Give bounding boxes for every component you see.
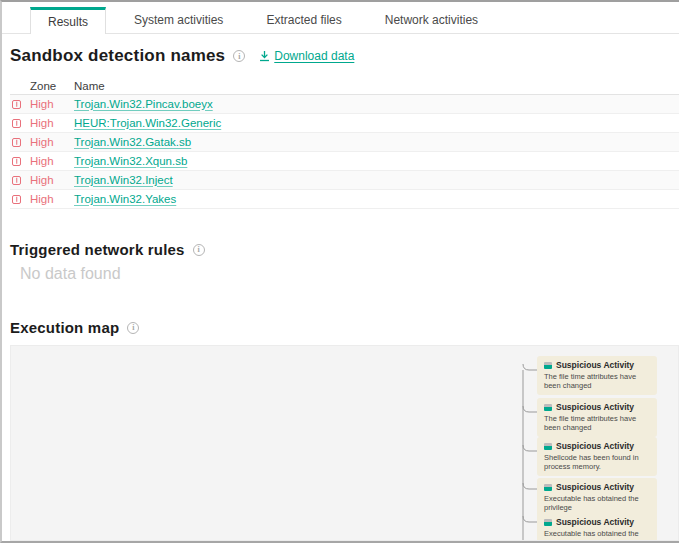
network-rules-header: Triggered network rules i [10, 241, 205, 258]
tab-extracted-files[interactable]: Extracted files [251, 7, 356, 33]
zone-cell-icon [10, 170, 30, 189]
table-header-row: Zone Name [10, 78, 679, 94]
zone-label: High [30, 98, 54, 110]
execution-map-title: Execution map [10, 319, 119, 336]
map-node-suspicious-activity[interactable]: Suspicious ActivityExecutable has obtain… [537, 513, 657, 541]
zone-label: High [30, 193, 54, 205]
map-node-header: Suspicious Activity [544, 360, 650, 370]
table-row: HighTrojan.Win32.Yakes [10, 189, 679, 208]
high-zone-alert-icon [12, 119, 21, 128]
detection-name-link[interactable]: Trojan.Win32.Gatak.sb [74, 136, 191, 148]
map-node-header: Suspicious Activity [544, 441, 650, 451]
map-node-header: Suspicious Activity [544, 482, 650, 492]
report-tabbar: ResultsSystem activitiesExtracted filesN… [2, 7, 679, 34]
map-node-suspicious-activity[interactable]: Suspicious ActivityThe file time attribu… [537, 398, 657, 437]
high-zone-alert-icon [12, 195, 21, 204]
info-icon[interactable]: i [233, 50, 245, 62]
info-icon[interactable]: i [193, 244, 205, 256]
activity-level-icon [544, 443, 552, 450]
zone-cell-icon [10, 113, 30, 132]
sandbox-report-page: ResultsSystem activitiesExtracted filesN… [0, 0, 679, 543]
map-node-description: Executable has obtained the privilege [544, 529, 650, 541]
map-node-suspicious-activity[interactable]: Suspicious ActivityShellcode has been fo… [537, 437, 657, 476]
name-cell: HEUR:Trojan.Win32.Generic [74, 113, 679, 132]
name-cell: Trojan.Win32.Pincav.boeyx [74, 94, 679, 113]
zone-cell-icon [10, 132, 30, 151]
tab-network-activities[interactable]: Network activities [370, 7, 493, 33]
zone-label: High [30, 117, 54, 129]
detection-name-link[interactable]: Trojan.Win32.Inject [74, 174, 173, 186]
high-zone-alert-icon [12, 138, 21, 147]
download-label: Download data [274, 49, 354, 63]
map-node-suspicious-activity[interactable]: Suspicious ActivityThe file time attribu… [537, 356, 657, 395]
column-icon-spacer [10, 78, 30, 94]
zone-cell: High [30, 170, 74, 189]
map-node-title: Suspicious Activity [556, 360, 634, 370]
zone-cell-icon [10, 189, 30, 208]
table-row: HighTrojan.Win32.Inject [10, 170, 679, 189]
map-node-description: The file time attributes have been chang… [544, 372, 650, 390]
zone-cell: High [30, 132, 74, 151]
no-data-text: No data found [20, 265, 121, 283]
activity-level-icon [544, 484, 552, 491]
zone-cell-icon [10, 151, 30, 170]
tab-results[interactable]: Results [30, 7, 106, 34]
detections-table: Zone Name HighTrojan.Win32.Pincav.boeyxH… [10, 78, 679, 209]
detection-name-link[interactable]: Trojan.Win32.Xqun.sb [74, 155, 187, 167]
column-name: Name [74, 78, 679, 94]
detection-name-link[interactable]: Trojan.Win32.Yakes [74, 193, 176, 205]
execution-map-header: Execution map i [10, 319, 139, 336]
download-data-link[interactable]: Download data [259, 49, 354, 63]
activity-level-icon [544, 404, 552, 411]
table-row: HighTrojan.Win32.Gatak.sb [10, 132, 679, 151]
zone-cell-icon [10, 94, 30, 113]
zone-cell: High [30, 113, 74, 132]
name-cell: Trojan.Win32.Xqun.sb [74, 151, 679, 170]
zone-cell: High [30, 94, 74, 113]
info-icon[interactable]: i [127, 322, 139, 334]
download-icon [259, 50, 270, 62]
name-cell: Trojan.Win32.Gatak.sb [74, 132, 679, 151]
high-zone-alert-icon [12, 176, 21, 185]
detection-name-link[interactable]: HEUR:Trojan.Win32.Generic [74, 117, 221, 129]
map-node-title: Suspicious Activity [556, 441, 634, 451]
high-zone-alert-icon [12, 157, 21, 166]
execution-map-canvas[interactable]: Suspicious ActivityThe file time attribu… [10, 345, 679, 541]
map-node-title: Suspicious Activity [556, 482, 634, 492]
map-node-header: Suspicious Activity [544, 517, 650, 527]
detections-header: Sandbox detection names i Download data [10, 46, 354, 66]
activity-level-icon [544, 519, 552, 526]
zone-cell: High [30, 151, 74, 170]
map-node-title: Suspicious Activity [556, 517, 634, 527]
map-node-header: Suspicious Activity [544, 402, 650, 412]
table-row: HighHEUR:Trojan.Win32.Generic [10, 113, 679, 132]
zone-label: High [30, 136, 54, 148]
map-node-title: Suspicious Activity [556, 402, 634, 412]
table-row: HighTrojan.Win32.Pincav.boeyx [10, 94, 679, 113]
zone-cell: High [30, 189, 74, 208]
column-zone: Zone [30, 78, 74, 94]
activity-level-icon [544, 362, 552, 369]
high-zone-alert-icon [12, 100, 21, 109]
map-node-description: Executable has obtained the privilege [544, 494, 650, 512]
network-rules-title: Triggered network rules [10, 241, 185, 258]
detections-title: Sandbox detection names [10, 46, 225, 66]
zone-label: High [30, 155, 54, 167]
tab-system-activities[interactable]: System activities [119, 7, 238, 33]
map-node-suspicious-activity[interactable]: Suspicious ActivityExecutable has obtain… [537, 478, 657, 517]
map-node-description: Shellcode has been found in process memo… [544, 453, 650, 471]
name-cell: Trojan.Win32.Yakes [74, 189, 679, 208]
map-node-description: The file time attributes have been chang… [544, 414, 650, 432]
name-cell: Trojan.Win32.Inject [74, 170, 679, 189]
detection-name-link[interactable]: Trojan.Win32.Pincav.boeyx [74, 98, 213, 110]
table-row: HighTrojan.Win32.Xqun.sb [10, 151, 679, 170]
zone-label: High [30, 174, 54, 186]
